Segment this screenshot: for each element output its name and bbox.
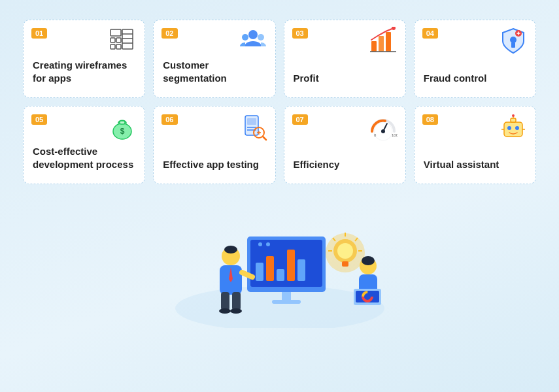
svg-rect-1: [110, 38, 115, 42]
svg-line-30: [263, 137, 266, 140]
svg-rect-0: [110, 29, 121, 36]
svg-rect-5: [122, 29, 133, 49]
card-number-02: 02: [161, 28, 177, 39]
svg-rect-2: [116, 38, 121, 42]
svg-rect-12: [371, 41, 377, 52]
page-container: 01 Creating wireframes for apps 02 Custo…: [0, 0, 559, 392]
card-01: 01 Creating wireframes for apps: [23, 20, 145, 98]
svg-rect-52: [287, 250, 295, 281]
card-icon-08: [499, 113, 528, 146]
svg-point-54: [258, 242, 262, 246]
svg-point-65: [219, 308, 231, 314]
svg-rect-4: [116, 44, 121, 49]
svg-point-17: [510, 37, 517, 43]
card-icon-06: [239, 113, 267, 146]
svg-rect-13: [379, 36, 384, 52]
card-02: 02 Customer segmentation: [153, 20, 275, 98]
card-number-03: 03: [292, 28, 308, 39]
svg-rect-3: [110, 44, 115, 49]
card-label-08: Virtual assistant: [424, 158, 526, 171]
card-08: 08 Virtual assistant: [414, 106, 536, 184]
card-label-02: Customer segmentation: [163, 59, 265, 84]
svg-line-34: [383, 123, 387, 131]
svg-rect-26: [247, 118, 256, 125]
card-label-05: Cost-effective development process: [33, 145, 135, 171]
svg-rect-51: [277, 269, 284, 281]
svg-rect-53: [297, 259, 305, 281]
card-icon-05: $: [108, 113, 137, 146]
svg-point-39: [507, 126, 511, 130]
card-icon-02: [239, 27, 267, 59]
svg-point-69: [337, 243, 353, 259]
card-04: 04 Fraud control: [414, 20, 536, 98]
card-number-08: 08: [422, 114, 438, 125]
card-number-05: 05: [31, 114, 47, 125]
card-number-04: 04: [422, 28, 438, 39]
card-06: 06 Effective app testing: [153, 106, 275, 184]
card-05: 05 $ Cost-effective development process: [23, 106, 145, 184]
card-icon-03: [369, 27, 398, 59]
card-label-07: Efficiency: [294, 158, 396, 171]
illustration-svg: [169, 204, 391, 328]
card-label-01: Creating wireframes for apps: [33, 59, 135, 84]
svg-point-40: [515, 126, 519, 130]
svg-point-66: [230, 308, 242, 314]
svg-rect-56: [282, 292, 291, 300]
svg-text:100: 100: [392, 133, 398, 137]
svg-text:$: $: [120, 127, 125, 136]
card-03: 03 Profit: [284, 20, 406, 98]
svg-rect-23: [120, 121, 125, 124]
svg-point-55: [266, 242, 270, 246]
card-label-04: Fraud control: [424, 72, 526, 85]
card-number-01: 01: [31, 28, 47, 39]
svg-point-43: [512, 114, 515, 117]
card-07: 07 0 100 Efficiency: [284, 106, 406, 184]
svg-text:0: 0: [374, 133, 377, 137]
svg-rect-70: [342, 261, 348, 267]
card-icon-04: [499, 27, 528, 59]
svg-point-11: [258, 34, 264, 41]
svg-point-9: [248, 30, 258, 39]
svg-rect-14: [386, 32, 391, 52]
svg-rect-49: [256, 263, 263, 281]
card-label-06: Effective app testing: [163, 158, 265, 171]
card-icon-01: [108, 27, 137, 59]
svg-rect-62: [221, 292, 229, 310]
svg-point-77: [362, 256, 375, 265]
svg-point-15: [392, 27, 396, 30]
illustration-area: [23, 197, 536, 328]
card-icon-07: 0 100: [369, 113, 398, 146]
card-number-07: 07: [292, 114, 308, 125]
svg-rect-57: [272, 300, 301, 304]
svg-rect-41: [511, 118, 516, 122]
svg-point-59: [224, 246, 237, 253]
svg-rect-50: [266, 256, 274, 281]
svg-rect-18: [511, 42, 515, 48]
cards-grid: 01 Creating wireframes for apps 02 Custo…: [23, 20, 536, 184]
card-number-06: 06: [161, 114, 177, 125]
card-label-03: Profit: [294, 72, 396, 85]
svg-rect-63: [232, 292, 241, 310]
svg-point-10: [242, 34, 248, 41]
